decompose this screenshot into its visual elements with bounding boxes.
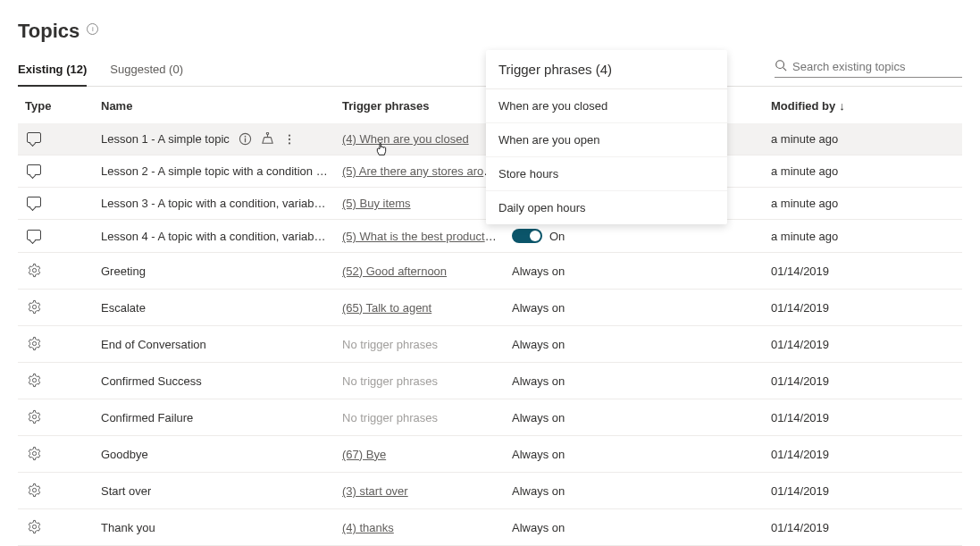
trigger-link[interactable]: (4) thanks — [342, 521, 394, 534]
table-row[interactable]: Escalate(65) Talk to agentAlways on01/14… — [18, 290, 962, 326]
topic-name: Lesson 2 - A simple topic with a conditi… — [101, 164, 328, 178]
trigger-link[interactable]: (5) What is the best product f… — [342, 230, 503, 243]
table-row[interactable]: End of ConversationNo trigger phrasesAlw… — [18, 326, 962, 363]
col-name[interactable]: Name — [94, 87, 335, 123]
status-always: Always on — [512, 448, 565, 461]
modified-value: 01/14/2019 — [764, 363, 962, 399]
trigger-link[interactable]: (5) Buy items — [342, 197, 411, 210]
popover-item[interactable]: Store hours — [486, 157, 727, 191]
popover-item[interactable]: When are you open — [486, 123, 727, 157]
search-input[interactable] — [792, 60, 962, 73]
popover-title: Trigger phrases (4) — [486, 50, 727, 89]
status-label: On — [549, 230, 565, 243]
topic-name: Thank you — [101, 521, 155, 534]
svg-point-3 — [244, 136, 246, 138]
gear-icon — [27, 263, 42, 281]
svg-point-8 — [289, 142, 290, 144]
search-icon — [775, 59, 787, 74]
popover-item[interactable]: Daily open hours — [486, 191, 727, 224]
topic-name: Goodbye — [101, 448, 148, 461]
status-always: Always on — [512, 374, 565, 388]
table-row[interactable]: Confirmed SuccessNo trigger phrasesAlway… — [18, 363, 962, 399]
table-row[interactable]: Thank you(4) thanksAlways on01/14/2019 — [18, 509, 962, 546]
topic-name: Greeting — [101, 265, 146, 278]
gear-icon — [27, 446, 42, 464]
topic-name: Confirmed Success — [101, 374, 202, 388]
tab-existing[interactable]: Existing (12) — [18, 55, 87, 87]
col-modified[interactable]: Modified by↓ — [764, 87, 962, 123]
chat-icon — [27, 164, 41, 175]
sort-down-icon: ↓ — [839, 99, 845, 113]
svg-line-1 — [783, 68, 787, 71]
popover-item[interactable]: When are you closed — [486, 89, 727, 123]
modified-value: 01/14/2019 — [764, 473, 962, 509]
topic-name: Lesson 3 - A topic with a condition, var… — [101, 197, 328, 210]
tabs: Existing (12) Suggested (0) — [18, 55, 183, 86]
modified-value: a minute ago — [764, 123, 962, 155]
trigger-none: No trigger phrases — [342, 411, 438, 424]
trigger-link[interactable]: (67) Bye — [342, 448, 386, 461]
modified-value: 01/14/2019 — [764, 290, 962, 326]
table-row[interactable]: Greeting(52) Good afternoonAlways on01/1… — [18, 253, 962, 290]
status-always: Always on — [512, 521, 565, 534]
trigger-phrases-popover: Trigger phrases (4) When are you closedW… — [486, 50, 727, 224]
svg-point-5 — [266, 132, 268, 134]
trigger-link[interactable]: (3) start over — [342, 484, 408, 498]
status-always: Always on — [512, 411, 565, 424]
status-always: Always on — [512, 338, 565, 351]
svg-point-0 — [776, 61, 784, 69]
modified-value: 01/14/2019 — [764, 509, 962, 546]
gear-icon — [27, 483, 42, 500]
table-row[interactable]: Lesson 4 - A topic with a condition, var… — [18, 220, 962, 253]
gear-icon — [27, 336, 42, 354]
status-toggle[interactable] — [512, 229, 542, 243]
search-box[interactable] — [775, 56, 962, 78]
gear-icon — [27, 373, 42, 391]
info-icon[interactable]: i — [87, 23, 98, 35]
details-icon[interactable] — [239, 132, 252, 146]
modified-value: a minute ago — [764, 220, 962, 253]
svg-rect-4 — [245, 139, 246, 143]
topic-name: Start over — [101, 484, 151, 498]
gear-icon — [27, 519, 42, 537]
page-title: Topics — [18, 20, 80, 43]
status-always: Always on — [512, 265, 565, 278]
tab-suggested[interactable]: Suggested (0) — [110, 55, 183, 86]
col-type[interactable]: Type — [18, 87, 94, 123]
trigger-none: No trigger phrases — [342, 374, 438, 388]
topic-name: Lesson 4 - A topic with a condition, var… — [101, 230, 328, 243]
col-trigger[interactable]: Trigger phrases — [335, 87, 505, 123]
topic-name: End of Conversation — [101, 338, 206, 351]
topic-name: Lesson 1 - A simple topic — [101, 132, 230, 146]
modified-value: 01/14/2019 — [764, 436, 962, 473]
modified-value: 01/14/2019 — [764, 326, 962, 363]
trigger-none: No trigger phrases — [342, 338, 438, 351]
svg-point-6 — [289, 134, 290, 136]
table-row[interactable]: Start over(3) start overAlways on01/14/2… — [18, 473, 962, 509]
analytics-icon[interactable] — [261, 132, 274, 146]
status-always: Always on — [512, 301, 565, 315]
modified-value: 01/14/2019 — [764, 253, 962, 290]
gear-icon — [27, 299, 42, 317]
more-icon[interactable] — [283, 133, 296, 146]
chat-icon — [27, 132, 41, 143]
table-row[interactable]: Confirmed FailureNo trigger phrasesAlway… — [18, 399, 962, 436]
modified-value: a minute ago — [764, 155, 962, 188]
status-always: Always on — [512, 484, 565, 498]
chat-icon — [27, 197, 41, 207]
trigger-link[interactable]: (65) Talk to agent — [342, 301, 431, 315]
svg-point-7 — [289, 138, 290, 139]
topic-name: Confirmed Failure — [101, 411, 193, 424]
chat-icon — [27, 230, 41, 240]
modified-value: 01/14/2019 — [764, 399, 962, 436]
table-row[interactable]: Goodbye(67) ByeAlways on01/14/2019 — [18, 436, 962, 473]
gear-icon — [27, 409, 42, 427]
trigger-link[interactable]: (5) Are there any stores aroun… — [342, 164, 505, 178]
trigger-link[interactable]: (52) Good afternoon — [342, 265, 447, 278]
trigger-link[interactable]: (4) When are you closed — [342, 132, 469, 146]
modified-value: a minute ago — [764, 188, 962, 220]
topic-name: Escalate — [101, 301, 146, 315]
